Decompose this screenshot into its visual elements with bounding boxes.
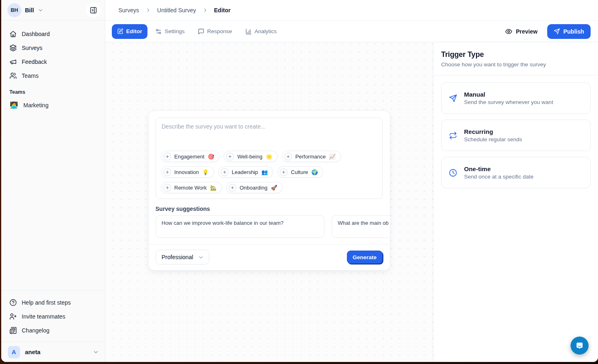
trigger-option-one-time[interactable]: One-time Send once at a specific date — [441, 157, 591, 188]
chip-emoji: 🎯 — [208, 154, 214, 159]
newspaper-icon — [9, 327, 17, 334]
topic-chip-performance[interactable]: Performance 📈 — [282, 151, 341, 162]
panel-title: Trigger Type — [441, 50, 590, 59]
main-area: Surveys Untitled Survey Editor Editor — [105, 0, 598, 362]
trigger-title: Manual — [464, 91, 553, 98]
sidebar-item-feedback[interactable]: Feedback — [6, 55, 100, 69]
tab-label: Response — [207, 28, 232, 34]
prompt-box: Engagement 🎯 Well-being 🌟 Performance — [156, 118, 383, 199]
plus-icon — [163, 168, 171, 176]
tab-response[interactable]: Response — [193, 24, 238, 39]
plus-icon — [284, 153, 292, 161]
suggestion-card[interactable]: What are the main ob — [332, 215, 390, 238]
editor-canvas[interactable]: Engagement 🎯 Well-being 🌟 Performance — [105, 42, 433, 362]
suggestions-heading: Survey suggestions — [156, 206, 383, 212]
chip-label: Onboarding — [240, 185, 267, 191]
tab-label: Analytics — [255, 28, 277, 34]
trigger-description: Schedule regular sends — [464, 136, 522, 142]
trigger-panel-header: Trigger Type Choose how you want to trig… — [433, 42, 598, 75]
tab-label: Editor — [126, 28, 142, 34]
breadcrumb-editor: Editor — [214, 7, 231, 14]
tone-select[interactable]: Professional — [156, 250, 209, 265]
tab-analytics[interactable]: Analytics — [240, 24, 282, 39]
user-avatar: A — [8, 346, 20, 358]
chip-label: Well-being — [237, 154, 262, 160]
workspace-switcher[interactable]: BH Bill — [1, 0, 105, 20]
survey-description-input[interactable] — [156, 118, 382, 151]
breadcrumb-surveys[interactable]: Surveys — [118, 7, 139, 14]
survey-composer-card: Engagement 🎯 Well-being 🌟 Performance — [148, 111, 390, 271]
chip-emoji: 🚀 — [271, 185, 277, 190]
chip-emoji: 💡 — [202, 170, 209, 175]
topic-chips: Engagement 🎯 Well-being 🌟 Performance — [156, 151, 382, 199]
composer-footer: Professional Generate — [149, 244, 390, 270]
preview-button[interactable]: Preview — [505, 28, 538, 35]
chevron-right-icon — [145, 7, 151, 13]
suggestions-row: How can we improve work-life balance in … — [156, 215, 390, 238]
topic-chip-well-being[interactable]: Well-being 🌟 — [224, 151, 277, 162]
trigger-options: Manual Send the survey whenever you want… — [433, 75, 598, 188]
user-menu[interactable]: A aneta — [1, 341, 105, 362]
plus-icon — [229, 184, 236, 192]
sidebar-item-teams[interactable]: Teams — [6, 69, 100, 83]
sidebar-footer-nav: Help and first steps Invite teammates Ch… — [1, 290, 105, 341]
publish-button[interactable]: Publish — [547, 24, 591, 39]
topic-chip-onboarding[interactable]: Onboarding 🚀 — [226, 182, 283, 193]
sidebar-item-changelog[interactable]: Changelog — [6, 323, 100, 337]
panel-collapse-icon — [90, 7, 97, 14]
chip-label: Leadership — [232, 169, 258, 175]
chip-label: Engagement — [174, 154, 205, 160]
square-pen-icon — [117, 28, 123, 34]
chevron-down-icon — [38, 7, 43, 13]
tone-value: Professional — [162, 254, 193, 260]
chip-emoji: 🏡 — [210, 185, 217, 190]
layers-icon — [9, 44, 17, 52]
sidebar: BH Bill Dashboard Surv — [1, 0, 105, 362]
chevron-down-icon — [93, 349, 99, 355]
sidebar-item-help[interactable]: Help and first steps — [6, 296, 100, 310]
suggestion-card[interactable]: How can we improve work-life balance in … — [156, 215, 324, 238]
breadcrumb-untitled-survey[interactable]: Untitled Survey — [157, 7, 196, 14]
chat-launcher-button[interactable] — [571, 337, 589, 355]
topic-chip-culture[interactable]: Culture 🌍 — [277, 166, 323, 178]
tab-label: Settings — [165, 28, 185, 34]
workspace-name: Bill — [25, 7, 34, 14]
tab-editor[interactable]: Editor — [112, 24, 147, 39]
topic-chip-engagement[interactable]: Engagement 🎯 — [161, 151, 220, 162]
topic-chip-leadership[interactable]: Leadership 👥 — [218, 166, 274, 178]
home-icon — [9, 30, 17, 38]
tab-settings[interactable]: Settings — [150, 24, 190, 39]
megaphone-icon — [9, 58, 17, 66]
generate-button[interactable]: Generate — [347, 251, 383, 264]
user-name: aneta — [25, 349, 41, 355]
sidebar-item-label: Feedback — [22, 59, 47, 65]
sidebar-item-surveys[interactable]: Surveys — [6, 41, 100, 55]
sidebar-item-invite[interactable]: Invite teammates — [6, 310, 100, 323]
chevron-down-icon — [198, 254, 204, 260]
sidebar-item-label: Invite teammates — [22, 313, 66, 320]
sidebar-nav: Dashboard Surveys Feedback Teams — [1, 20, 105, 112]
sidebar-spacer — [1, 112, 105, 290]
topic-chip-innovation[interactable]: Innovation 💡 — [161, 166, 214, 178]
sidebar-item-team-marketing[interactable]: 🧑‍💻 Marketing — [6, 98, 100, 112]
plus-icon — [163, 184, 171, 192]
trigger-title: Recurring — [464, 128, 522, 135]
user-plus-icon — [9, 313, 17, 320]
trigger-option-recurring[interactable]: Recurring Schedule regular sends — [441, 120, 591, 151]
users-icon — [9, 72, 17, 79]
sidebar-toggle-button[interactable] — [86, 3, 101, 18]
team-label: Marketing — [23, 102, 48, 109]
send-icon — [554, 28, 560, 34]
trigger-option-manual[interactable]: Manual Send the survey whenever you want — [441, 82, 591, 114]
chip-label: Culture — [291, 169, 308, 175]
chip-emoji: 🌍 — [311, 170, 318, 175]
sidebar-item-label: Teams — [22, 72, 39, 79]
sidebar-item-label: Dashboard — [22, 31, 50, 37]
trigger-description: Send the survey whenever you want — [464, 99, 553, 105]
plus-icon — [226, 153, 234, 161]
publish-label: Publish — [563, 28, 584, 35]
sidebar-item-dashboard[interactable]: Dashboard — [6, 27, 100, 41]
plus-icon — [163, 153, 171, 161]
tab-bar: Editor Settings Response Analytics — [105, 21, 598, 42]
topic-chip-remote-work[interactable]: Remote Work 🏡 — [161, 182, 222, 193]
